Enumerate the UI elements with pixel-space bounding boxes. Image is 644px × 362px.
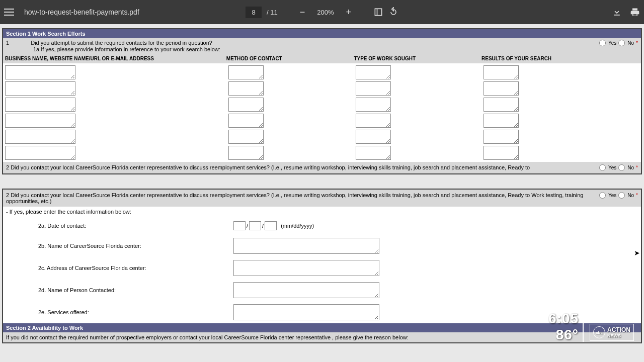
method-input[interactable] [228, 65, 264, 79]
q2-radio-group: Yes No* [599, 164, 638, 171]
date-yyyy[interactable] [265, 221, 277, 230]
svg-rect-0 [375, 9, 381, 15]
col4-header: RESULTS OF YOUR SEARCH [481, 56, 641, 61]
results-input[interactable] [484, 146, 519, 160]
q2-row-truncated: 2 Did you contact your local CareerSourc… [3, 162, 641, 173]
col3-header: TYPE OF WORK SOUGHT [354, 56, 481, 61]
toolbar-right [612, 7, 640, 17]
q2-no-radio[interactable] [618, 164, 625, 171]
q2d-row: 2d. Name of Person Contacted: [3, 279, 641, 301]
q1-yes-radio[interactable] [599, 40, 606, 46]
results-input[interactable] [484, 114, 519, 128]
business-input[interactable] [5, 114, 75, 128]
business-input[interactable] [5, 65, 75, 79]
q1-text: Did you attempt to submit the required c… [31, 40, 212, 46]
zoom-level[interactable]: 200% [314, 8, 337, 17]
section2-instruction: If you did not contact the required numb… [3, 332, 641, 342]
date-mm[interactable] [233, 221, 246, 230]
rotate-icon[interactable] [388, 7, 398, 17]
required-asterisk: * [636, 40, 638, 46]
overlay-divider [583, 312, 584, 342]
q2b-radio-group: Yes No* [599, 192, 638, 199]
services-offered-input[interactable] [233, 304, 379, 320]
section1-header: Section 1 Work Search Efforts [3, 29, 641, 38]
pdf-toolbar: how-to-request-benefit-payments.pdf / 11… [0, 0, 644, 24]
q2a-label: 2a. Date of contact: [38, 223, 229, 229]
center-name-input[interactable] [233, 238, 379, 254]
type-input[interactable] [356, 81, 391, 96]
date-input-group: / / (mm/dd/yyyy) [233, 221, 314, 230]
type-input[interactable] [356, 146, 391, 160]
person-contacted-input[interactable] [233, 282, 379, 298]
required-asterisk: * [636, 165, 638, 170]
method-input[interactable] [228, 114, 264, 128]
q2e-label: 2e. Services offered: [38, 309, 229, 315]
business-input[interactable] [5, 146, 75, 160]
type-input[interactable] [356, 130, 391, 144]
zoom-out-button[interactable]: − [296, 6, 309, 19]
q2b-yes-radio[interactable] [599, 192, 606, 199]
overlay-time: 6:05 [548, 312, 579, 326]
business-input[interactable] [5, 130, 75, 144]
required-asterisk: * [636, 193, 638, 198]
col2-header: METHOD OF CONTACT [226, 56, 354, 61]
q1-number: 1 [6, 40, 9, 46]
q2-yes-radio[interactable] [599, 164, 606, 171]
page-section-2: 2 Did you contact your local CareerSourc… [2, 189, 642, 343]
fit-page-icon[interactable] [373, 7, 383, 17]
no-label: No [627, 165, 634, 170]
download-icon[interactable] [612, 7, 622, 17]
q1-no-radio[interactable] [618, 40, 625, 46]
business-input[interactable] [5, 98, 75, 112]
q2e-row: 2e. Services offered: [3, 301, 641, 323]
method-input[interactable] [228, 130, 264, 144]
yes-label: Yes [608, 193, 616, 198]
method-input[interactable] [228, 81, 264, 96]
no-label: No [627, 193, 634, 198]
action-news-logo: abc ACTION NEWS [590, 324, 634, 341]
abc-icon: abc [593, 326, 605, 338]
date-dd[interactable] [249, 221, 261, 230]
toolbar-center: / 11 − 200% + [246, 6, 398, 19]
q2c-row: 2c. Address of CareerSource Florida cent… [3, 257, 641, 279]
q2d-label: 2d. Name of Person Contacted: [38, 287, 229, 293]
results-input[interactable] [484, 130, 519, 144]
zoom-in-button[interactable]: + [342, 6, 355, 19]
center-address-input[interactable] [233, 260, 379, 276]
work-search-grid [3, 63, 641, 162]
logo-news: NEWS [607, 333, 630, 338]
page-number-input[interactable] [246, 7, 262, 18]
type-input[interactable] [356, 65, 391, 79]
menu-icon[interactable] [4, 6, 16, 18]
logo-action: ACTION [607, 326, 630, 333]
page-total: / 11 [267, 9, 278, 16]
yes-label: Yes [608, 40, 616, 46]
yes-label: Yes [608, 165, 616, 170]
results-input[interactable] [484, 81, 519, 96]
type-input[interactable] [356, 114, 391, 128]
q2-full-text: 2 Did you contact your local CareerSourc… [6, 192, 595, 204]
results-input[interactable] [484, 98, 519, 112]
type-input[interactable] [356, 98, 391, 112]
document-viewport[interactable]: Section 1 Work Search Efforts 1 Did you … [0, 24, 644, 361]
section2-header: Section 2 Availability to Work [3, 323, 641, 332]
q1a-text: 1a If yes, please provide information in… [33, 46, 638, 52]
method-input[interactable] [228, 146, 264, 160]
filename: how-to-request-benefit-payments.pdf [24, 8, 139, 16]
q1-radio-group: Yes No* [599, 40, 638, 46]
no-label: No [627, 40, 634, 46]
q2b-no-radio[interactable] [618, 192, 625, 199]
if-yes-text: - If yes, please enter the contact infor… [3, 207, 641, 217]
print-icon[interactable] [630, 7, 640, 17]
date-hint: (mm/dd/yyyy) [281, 223, 314, 229]
q2-text: 2 Did you contact your local CareerSourc… [6, 164, 595, 170]
q2b-label: 2b. Name of CareerSource Florida center: [38, 243, 229, 249]
method-input[interactable] [228, 98, 264, 112]
results-input[interactable] [484, 65, 519, 79]
q2-row-full: 2 Did you contact your local CareerSourc… [3, 190, 641, 207]
q2c-label: 2c. Address of CareerSource Florida cent… [38, 265, 229, 271]
business-input[interactable] [5, 81, 75, 96]
page-section-1: Section 1 Work Search Efforts 1 Did you … [2, 28, 642, 174]
q2b-row: 2b. Name of CareerSource Florida center: [3, 235, 641, 257]
col1-header: BUSINESS NAME, WEBSITE NAME/URL OR E-MAI… [3, 56, 226, 61]
